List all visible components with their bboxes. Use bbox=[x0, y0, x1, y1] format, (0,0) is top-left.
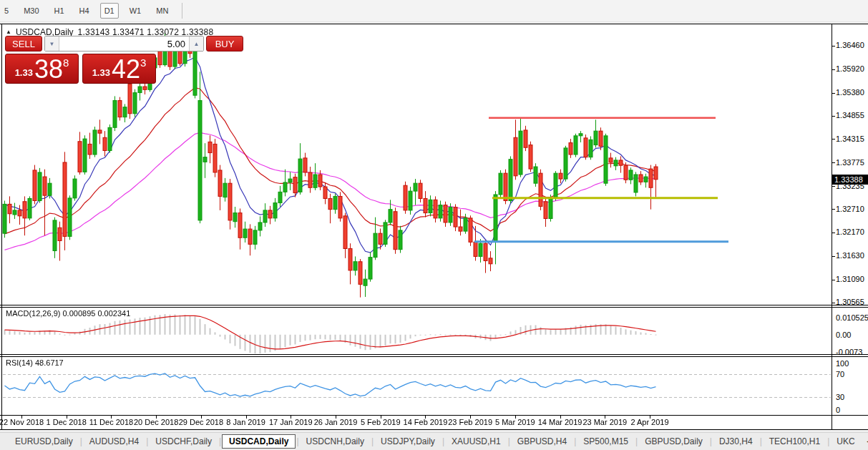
price-axis-label: 1.34315 bbox=[836, 134, 864, 143]
chart-tab-gbpusd-h4[interactable]: GBPUSD,H4 bbox=[511, 434, 573, 449]
chart-tab-gbpusd-daily[interactable]: GBPUSD,Daily bbox=[638, 434, 709, 449]
buy-price-prefix: 1.33 bbox=[92, 67, 110, 78]
macd-axis-label: 0.010525 bbox=[836, 313, 868, 322]
toolbar-divider bbox=[182, 3, 182, 19]
date-axis-label: 20 Dec 2018 bbox=[134, 418, 178, 426]
timeframe-button-h4[interactable]: H4 bbox=[75, 3, 94, 19]
date-axis-label: 23 Mar 2019 bbox=[582, 418, 627, 426]
chart-tab-usdchf-daily[interactable]: USDCHF,Daily bbox=[149, 434, 218, 449]
price-axis-background bbox=[832, 24, 868, 429]
price-axis-label: 1.32170 bbox=[836, 228, 864, 236]
price-axis-tick bbox=[832, 209, 835, 210]
buy-price-pip: 3 bbox=[140, 57, 146, 69]
buy-price-box[interactable]: 1.33 42 3 bbox=[82, 54, 156, 84]
chart-tab-sp500-m15[interactable]: SP500,M15 bbox=[577, 434, 635, 449]
price-axis-tick bbox=[832, 69, 835, 70]
price-axis-label: 1.32710 bbox=[836, 205, 864, 213]
tab-separator: | bbox=[827, 436, 829, 446]
one-click-trading-panel: SELL ▼ ▲ BUY 1.33 38 8 1.33 42 3 bbox=[5, 36, 160, 84]
sell-price-prefix: 1.33 bbox=[15, 67, 33, 78]
chart-tab-xauusd-h1[interactable]: XAUUSD,H1 bbox=[445, 434, 507, 449]
date-axis-label: 11 Dec 2018 bbox=[89, 418, 134, 426]
macd-caption: MACD(12,26,9) 0.000895 0.002341 bbox=[6, 309, 130, 318]
date-axis-label: 23 Feb 2019 bbox=[448, 418, 492, 426]
volume-increase-icon[interactable]: ▲ bbox=[189, 36, 203, 51]
one-click-collapse-icon[interactable]: ▲ bbox=[6, 29, 11, 35]
price-axis-label: 1.34855 bbox=[836, 111, 864, 119]
timeframe-button-mn[interactable]: MN bbox=[152, 3, 172, 19]
tab-separator: | bbox=[710, 436, 712, 446]
chart-tab-tech100-h1[interactable]: TECH100,H1 bbox=[763, 434, 826, 449]
rsi-axis-label: 70 bbox=[836, 370, 844, 378]
price-axis-label: 1.31630 bbox=[836, 251, 864, 260]
scroll-left-icon[interactable]: ◄ bbox=[863, 436, 868, 446]
trading-terminal: 5M30H1H4D1W1MN ▲ USDCAD,Daily 1.33143 1.… bbox=[0, 0, 868, 450]
buy-button[interactable]: BUY bbox=[206, 36, 243, 52]
price-axis-label: 1.35920 bbox=[836, 64, 864, 73]
timeframe-button-d1[interactable]: D1 bbox=[100, 3, 119, 19]
chart-tab-bar: EURUSD,Daily|AUDUSD,H4|USDCHF,Daily|USDC… bbox=[0, 432, 868, 450]
date-axis-label: 2 Apr 2019 bbox=[630, 418, 668, 426]
date-axis-label: 8 Jan 2019 bbox=[226, 418, 265, 426]
tab-separator: | bbox=[442, 436, 444, 446]
tab-separator: | bbox=[219, 436, 221, 446]
rsi-axis-label: 100 bbox=[836, 359, 849, 368]
chart-tab-eurusd-daily[interactable]: EURUSD,Daily bbox=[9, 434, 79, 449]
tab-separator: | bbox=[80, 436, 82, 446]
timeframe-button-h1[interactable]: H1 bbox=[50, 3, 69, 19]
macd-values: 0.000895 0.002341 bbox=[62, 309, 130, 318]
timeframe-button-m30[interactable]: M30 bbox=[19, 3, 43, 19]
date-axis-label: 22 Nov 2018 bbox=[0, 418, 44, 426]
volume-decrease-icon[interactable]: ▼ bbox=[45, 36, 59, 51]
price-axis-tick bbox=[832, 256, 835, 257]
date-axis-label: 14 Mar 2019 bbox=[538, 418, 582, 426]
chart-tab-audusd-h4[interactable]: AUDUSD,H4 bbox=[83, 434, 145, 449]
chart-tab-usdjpy-daily[interactable]: USDJPY,Daily bbox=[374, 434, 442, 449]
price-axis-tick bbox=[832, 280, 835, 280]
price-chart-canvas[interactable] bbox=[0, 24, 832, 430]
tab-separator: | bbox=[635, 436, 638, 446]
rsi-values: 48.6717 bbox=[35, 358, 64, 367]
rsi-caption: RSI(14) 48.6717 bbox=[6, 358, 64, 367]
buy-price-main: 42 bbox=[112, 59, 140, 81]
price-axis-label: 1.35380 bbox=[836, 88, 864, 97]
rsi-axis-label: 0 bbox=[836, 406, 840, 414]
price-axis-tick bbox=[832, 186, 835, 187]
timeframe-button-w1[interactable]: W1 bbox=[125, 3, 146, 19]
date-axis-label: 14 Feb 2019 bbox=[404, 418, 448, 426]
date-axis-label: 26 Jan 2019 bbox=[314, 418, 358, 426]
date-axis-label: 1 Dec 2018 bbox=[47, 418, 87, 426]
macd-axis-label: -0.0073 bbox=[836, 348, 862, 356]
price-axis-tick bbox=[832, 303, 835, 303]
price-axis-tick bbox=[832, 162, 835, 163]
timeframe-button-5[interactable]: 5 bbox=[0, 3, 13, 19]
date-axis-label: 17 Jan 2019 bbox=[269, 418, 313, 426]
chart-tab-ukc[interactable]: UKC bbox=[830, 434, 861, 449]
chart-tab-usdcad-daily[interactable]: USDCAD,Daily bbox=[222, 434, 296, 449]
rsi-axis-label: 30 bbox=[836, 393, 844, 401]
macd-name: MACD(12,26,9) bbox=[6, 309, 60, 318]
tab-separator: | bbox=[371, 436, 374, 446]
chart-tab-usdcnh-daily[interactable]: USDCNH,Daily bbox=[300, 434, 371, 449]
volume-input[interactable] bbox=[59, 36, 189, 51]
price-axis-label: 1.33775 bbox=[836, 158, 864, 167]
current-price-tag: 1.33388 bbox=[832, 175, 868, 185]
volume-stepper: ▼ ▲ bbox=[44, 36, 204, 52]
price-axis-tick bbox=[832, 93, 835, 94]
tab-separator: | bbox=[574, 436, 576, 446]
price-axis-label: 1.30565 bbox=[836, 298, 864, 306]
macd-axis-label: 0.00 bbox=[836, 331, 851, 339]
price-axis-label: 1.31090 bbox=[836, 275, 864, 283]
chart-tab-dj30-h4[interactable]: DJ30,H4 bbox=[713, 434, 759, 449]
tab-separator: | bbox=[760, 436, 762, 446]
tab-separator: | bbox=[296, 436, 298, 446]
tab-separator: | bbox=[146, 436, 148, 446]
sell-price-pip: 8 bbox=[63, 57, 69, 69]
sell-price-main: 38 bbox=[34, 59, 63, 81]
price-axis-tick bbox=[832, 233, 835, 233]
date-axis-label: 29 Dec 2018 bbox=[179, 418, 223, 426]
sell-button[interactable]: SELL bbox=[5, 36, 42, 52]
tab-separator: | bbox=[508, 436, 510, 446]
date-axis-label: 5 Mar 2019 bbox=[495, 418, 535, 426]
sell-price-box[interactable]: 1.33 38 8 bbox=[5, 54, 79, 84]
